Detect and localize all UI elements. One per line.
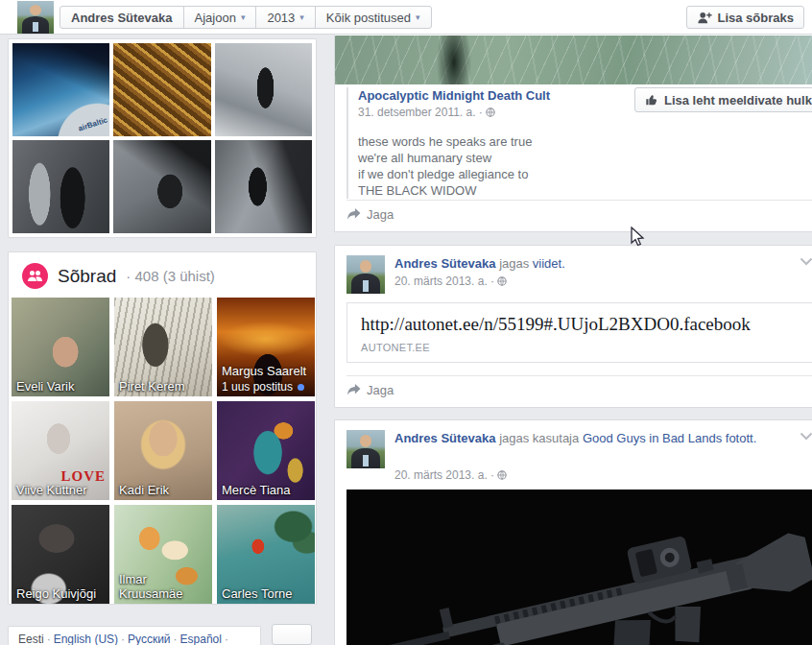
tab-timeline[interactable]: Ajajoon▾ — [183, 7, 256, 28]
friend-tile[interactable]: Piret Kerem — [114, 298, 212, 396]
friends-title[interactable]: Sõbrad — [58, 266, 116, 287]
post-author-link[interactable]: Andres Sütevaka — [394, 256, 496, 271]
profile-avatar[interactable] — [17, 1, 54, 34]
timeline-nav-bar: Andres Sütevaka Ajajoon▾ 2013▾ Kõik post… — [0, 0, 812, 35]
shared-page-cover-photo[interactable] — [335, 36, 812, 84]
photo-text: airBaltic — [77, 115, 108, 132]
chevron-down-icon: ▾ — [416, 12, 420, 22]
friend-name: Reigo Kuivjõgi — [16, 586, 107, 601]
photo-bullets[interactable] — [113, 43, 210, 136]
friend-name: Viive Küttner — [16, 483, 107, 497]
friend-tile[interactable]: Margus Saarelt 1 uus postitus — [217, 298, 315, 396]
post-timestamp[interactable]: 20. märts 2013. a. · — [394, 468, 494, 482]
post-shared-photo: Andres Sütevaka jagas kasutaja Good Guys… — [334, 419, 812, 645]
post-text: these words he speaks are true we're all… — [358, 133, 634, 199]
profile-name-button[interactable]: Andres Sütevaka — [60, 7, 183, 28]
rifle-photo[interactable] — [346, 490, 812, 645]
post-action-text: jagas — [499, 256, 533, 271]
more-languages-button[interactable] — [272, 624, 312, 645]
post-shared-link: Andres Sütevaka jagas viidet. 20. märts … — [334, 245, 812, 408]
post-object-link[interactable]: Good Guys in Bad Lands — [583, 431, 722, 445]
photo-statue-and-man[interactable] — [12, 140, 109, 233]
friend-name: Margus Saarelt — [222, 364, 306, 378]
friend-name: Eveli Varik — [16, 379, 107, 394]
add-friend-button[interactable]: Lisa sõbraks — [686, 6, 805, 29]
photo-man-by-building[interactable] — [215, 140, 312, 233]
share-action[interactable]: Jaga — [346, 375, 812, 397]
photos-box: airBaltic — [8, 38, 317, 238]
friend-tile[interactable]: Mercè Tiana — [217, 401, 315, 500]
language-link[interactable]: Русский — [128, 633, 171, 645]
friend-name: Piret Kerem — [119, 379, 209, 394]
tab-all-posts[interactable]: Kõik postitused▾ — [315, 7, 431, 28]
post-timestamp[interactable]: 31. detsember 2011. a. · — [358, 106, 483, 119]
page-name-link[interactable]: Apocalyptic Midnight Death Cult — [358, 88, 634, 103]
language-link[interactable]: English (US) — [54, 633, 118, 645]
post-action-text: jagas kasutaja — [499, 431, 583, 445]
friend-name: Carles Torne — [222, 586, 312, 601]
like-page-button[interactable]: Lisa leht meeldivate hulka — [634, 87, 812, 112]
link-source: AUTONET.EE — [361, 342, 799, 353]
language-current: Eesti — [18, 633, 44, 645]
language-link[interactable]: Español — [180, 633, 222, 645]
friend-tile[interactable]: Carles Torne — [217, 505, 315, 604]
post-timestamp[interactable]: 20. märts 2013. a. · — [394, 275, 494, 288]
friend-tile[interactable]: Reigo Kuivjõgi — [12, 505, 109, 604]
friends-box: Sõbrad · 408 (3 ühist) Eveli Varik Piret… — [8, 251, 317, 605]
post-menu-chevron-icon[interactable] — [800, 432, 812, 441]
photo-airbaltic-window[interactable]: airBaltic — [12, 43, 109, 136]
embedded-post: Apocalyptic Midnight Death Cult 31. dets… — [346, 87, 634, 199]
friend-tile[interactable]: Ilmar Kruusamäe — [114, 505, 212, 604]
photo-man-on-roof[interactable] — [215, 43, 312, 136]
avatar[interactable] — [346, 430, 385, 468]
link-attachment[interactable]: http://autonet.ee/n/55199#.UUjoL2BXDO0.f… — [346, 302, 812, 363]
post-menu-chevron-icon[interactable] — [800, 257, 812, 266]
post-object-link[interactable]: viidet. — [533, 256, 565, 271]
globe-icon — [497, 276, 507, 286]
chevron-down-icon: ▾ — [241, 12, 246, 22]
language-selector: Eesti·English (US)·Русский·Español· — [8, 626, 261, 645]
new-post-dot-icon — [298, 384, 304, 391]
globe-icon — [486, 108, 495, 117]
tab-year[interactable]: 2013▾ — [255, 7, 314, 28]
share-action[interactable]: Jaga — [346, 200, 812, 222]
friends-icon — [22, 263, 48, 289]
timeline-nav-tabs: Andres Sütevaka Ajajoon▾ 2013▾ Kõik post… — [60, 6, 432, 29]
share-arrow-icon — [346, 384, 361, 396]
friend-tile[interactable]: Eveli Varik — [12, 298, 109, 396]
photo-man-with-cap[interactable] — [113, 140, 210, 233]
avatar[interactable] — [346, 255, 385, 294]
post-object-suffix: fotott. — [726, 431, 757, 445]
globe-icon — [497, 470, 507, 480]
friend-name: Ilmar Kruusamäe — [119, 572, 209, 601]
friend-tile[interactable]: Kadi Erik — [114, 401, 212, 500]
link-title: http://autonet.ee/n/55199#.UUjoL2BXDO0.f… — [361, 314, 799, 335]
new-post-badge: 1 uus postitus — [222, 380, 304, 394]
share-arrow-icon — [346, 208, 361, 221]
chevron-down-icon: ▾ — [299, 12, 304, 22]
post-shared-page: Apocalyptic Midnight Death Cult 31. dets… — [334, 35, 812, 232]
friend-tile[interactable]: LOVE Viive Küttner — [12, 401, 109, 500]
rifle-image — [346, 490, 812, 645]
friend-name: Kadi Erik — [119, 483, 209, 497]
friends-count: 408 (3 ühist) — [134, 268, 214, 284]
friend-name: Mercè Tiana — [222, 483, 312, 497]
post-author-link[interactable]: Andres Sütevaka — [394, 431, 496, 445]
thumbs-up-icon — [645, 93, 658, 107]
add-person-icon — [697, 12, 712, 24]
